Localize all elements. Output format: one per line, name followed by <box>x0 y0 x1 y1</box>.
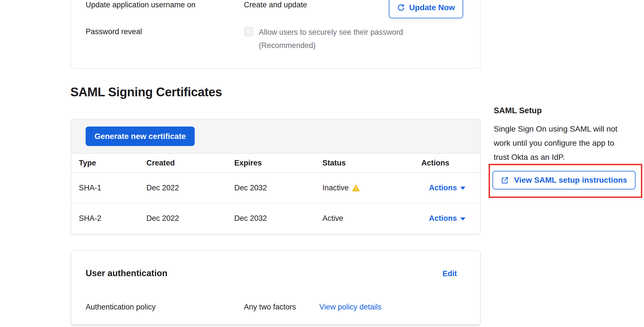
cert-table-header: Type Created Expires Status Actions <box>71 154 480 173</box>
external-link-icon <box>501 176 509 184</box>
header-type: Type <box>79 159 146 167</box>
password-reveal-label: Password reveal <box>86 27 142 36</box>
password-reveal-checkbox[interactable] <box>244 27 253 36</box>
caret-down-icon <box>460 187 465 190</box>
red-annotation-box: View SAML setup instructions <box>489 164 642 198</box>
view-policy-details-link[interactable]: View policy details <box>319 303 381 311</box>
certificates-card: Generate new certificate Type Created Ex… <box>71 119 480 234</box>
cell-status: Active <box>322 214 421 223</box>
saml-setup-description-line: work until you configure the app to <box>494 136 644 150</box>
provisioning-card: Update application username on Create an… <box>71 0 480 69</box>
auth-policy-value: Any two factors <box>244 303 296 311</box>
header-actions: Actions <box>421 159 480 167</box>
status-text: Inactive <box>322 184 349 192</box>
update-now-label: Update Now <box>409 3 455 12</box>
saml-setup-description-line: trust Okta as an IdP. <box>494 150 644 164</box>
view-saml-instructions-label: View SAML setup instructions <box>514 176 627 185</box>
okta-app-settings-page: Update application username on Create an… <box>0 0 644 327</box>
generate-certificate-button[interactable]: Generate new certificate <box>86 127 195 146</box>
header-status: Status <box>322 159 421 167</box>
cell-expires: Dec 2032 <box>234 184 322 192</box>
warning-icon <box>352 184 360 192</box>
user-auth-card: User authentication Edit Authentication … <box>71 250 480 325</box>
cell-status: Inactive <box>322 184 421 192</box>
username-update-value: Create and update <box>244 1 307 9</box>
saml-setup-title: SAML Setup <box>494 106 542 115</box>
certificates-toolbar: Generate new certificate <box>71 119 480 154</box>
user-auth-title: User authentication <box>86 268 167 278</box>
password-reveal-checkbox-label-note: (Recommended) <box>259 41 316 50</box>
auth-policy-label: Authentication policy <box>86 303 156 311</box>
refresh-icon <box>397 4 405 12</box>
header-expires: Expires <box>234 159 322 167</box>
username-update-label: Update application username on <box>86 1 196 9</box>
actions-dropdown[interactable]: Actions <box>421 184 480 192</box>
actions-label: Actions <box>429 184 457 192</box>
caret-down-icon <box>460 217 465 221</box>
update-now-button[interactable]: Update Now <box>389 0 463 18</box>
actions-label: Actions <box>429 214 457 223</box>
saml-certificates-heading: SAML Signing Certificates <box>70 85 222 99</box>
edit-link[interactable]: Edit <box>443 269 457 278</box>
view-saml-instructions-button[interactable]: View SAML setup instructions <box>493 171 636 189</box>
status-text: Active <box>322 214 343 223</box>
actions-dropdown[interactable]: Actions <box>421 214 480 223</box>
cell-type: SHA-1 <box>79 184 146 192</box>
cert-row-sha1: SHA-1 Dec 2022 Dec 2032 Inactive Actions <box>71 173 480 203</box>
cert-row-sha2: SHA-2 Dec 2022 Dec 2032 Active Actions <box>71 203 480 234</box>
cell-expires: Dec 2032 <box>234 214 322 223</box>
cell-created: Dec 2022 <box>146 184 234 192</box>
saml-setup-description: Single Sign On using SAML will not work … <box>494 122 644 164</box>
cell-created: Dec 2022 <box>146 214 234 223</box>
saml-setup-description-line: Single Sign On using SAML will not <box>494 122 644 136</box>
header-created: Created <box>146 159 234 167</box>
password-reveal-checkbox-label: Allow users to securely see their passwo… <box>259 28 403 37</box>
cell-type: SHA-2 <box>79 214 146 223</box>
